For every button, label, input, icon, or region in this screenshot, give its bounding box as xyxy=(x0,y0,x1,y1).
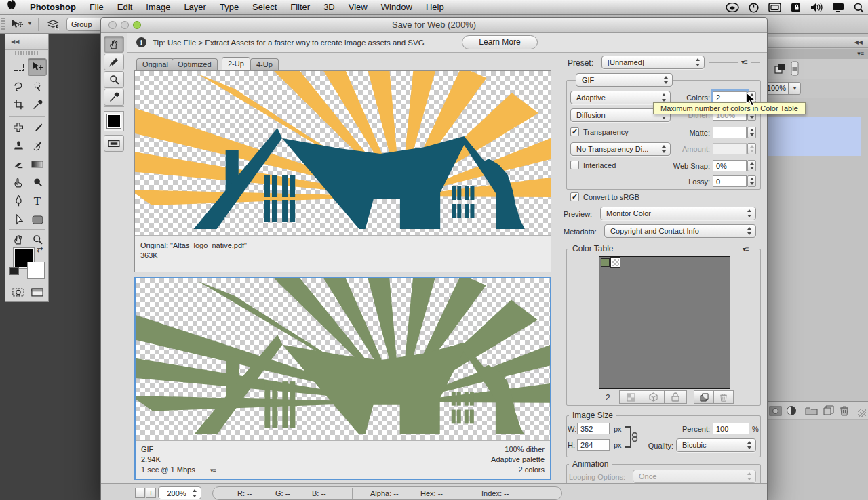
tool-quick-select[interactable] xyxy=(28,77,47,95)
tool-path-select[interactable] xyxy=(9,211,28,228)
volume-icon[interactable] xyxy=(810,3,823,12)
color-table-menu-icon[interactable]: ▾≡ xyxy=(743,245,749,253)
tab-optimized[interactable]: Optimized xyxy=(172,58,218,70)
tool-preset-caret-icon[interactable]: ▼ xyxy=(27,20,33,26)
menu-item-view[interactable]: View xyxy=(342,0,374,15)
background-color-swatch[interactable] xyxy=(27,262,45,279)
menu-item-filter[interactable]: Filter xyxy=(283,0,317,15)
snap-to-web-palette-button[interactable] xyxy=(619,390,642,404)
disk-lock-icon[interactable] xyxy=(791,2,801,13)
delete-layer-icon[interactable] xyxy=(840,405,849,416)
opacity-field[interactable]: 100% xyxy=(764,82,789,95)
tool-type[interactable]: T xyxy=(28,192,47,210)
zoom-in-button[interactable]: + xyxy=(146,488,156,498)
menu-item-layer[interactable]: Layer xyxy=(177,0,213,15)
tool-clone-stamp[interactable] xyxy=(9,137,28,154)
delete-color-button[interactable] xyxy=(713,390,734,404)
metadata-dropdown[interactable]: Copyright and Contact Info xyxy=(604,224,756,238)
toggle-slices-visibility-button[interactable] xyxy=(104,135,124,152)
quick-mask-button[interactable] xyxy=(9,283,28,301)
swap-colors-icon[interactable]: ⇄ xyxy=(37,245,43,254)
dialog-eyedropper-tool[interactable] xyxy=(104,89,124,106)
panel-resize-grip[interactable] xyxy=(858,409,866,417)
menu-item-photoshop[interactable]: Photoshop xyxy=(23,0,83,15)
collapse-panels-icon[interactable]: ◀◀ xyxy=(854,39,863,45)
display-icon[interactable] xyxy=(832,3,844,13)
collapse-panel-icon[interactable]: ◀◀ xyxy=(11,39,19,45)
zoom-out-button[interactable]: − xyxy=(135,488,145,498)
tab-original[interactable]: Original xyxy=(136,58,174,70)
dialog-zoom-tool[interactable] xyxy=(104,71,124,88)
tool-pen[interactable] xyxy=(9,192,28,210)
colors-field[interactable]: 2 xyxy=(713,91,747,103)
web-safe-cube-button[interactable] xyxy=(642,390,665,404)
adjustment-layer-icon[interactable] xyxy=(786,405,797,416)
menu-item-edit[interactable]: Edit xyxy=(111,0,139,15)
tab-2up[interactable]: 2-Up xyxy=(222,57,250,70)
web-snap-stepper[interactable] xyxy=(747,160,756,171)
tool-hand[interactable] xyxy=(9,230,28,248)
menu-item-image[interactable]: Image xyxy=(139,0,177,15)
tool-shape[interactable] xyxy=(28,211,47,228)
creative-cloud-icon[interactable] xyxy=(726,3,739,12)
tool-history-brush[interactable] xyxy=(28,137,47,154)
new-color-button[interactable] xyxy=(694,390,714,404)
zoom-level-dropdown[interactable]: 200% xyxy=(158,486,201,499)
auto-select-icon[interactable] xyxy=(47,19,61,30)
tool-gradient[interactable] xyxy=(28,155,47,173)
matte-stepper[interactable] xyxy=(747,127,756,138)
clock-icon[interactable] xyxy=(749,3,759,13)
transparency-dither-dropdown[interactable]: No Transparency Di... xyxy=(570,142,671,156)
apple-menu[interactable] xyxy=(0,0,23,15)
new-group-icon[interactable] xyxy=(805,406,818,415)
tool-healing-brush[interactable] xyxy=(9,119,28,136)
interlaced-checkbox[interactable] xyxy=(570,161,579,169)
layers-panel-menu-icon[interactable]: ▾≡ xyxy=(857,50,864,57)
height-field[interactable]: 264 xyxy=(577,439,610,451)
dialog-title-bar[interactable]: Save for Web (200%) xyxy=(101,18,767,33)
optimized-preview-pane[interactable]: GIF 2.94K 1 sec @ 1 Mbps ▾≡ 100% dither … xyxy=(134,277,551,480)
preview-dropdown[interactable]: Monitor Color xyxy=(600,207,756,220)
tool-marquee[interactable] xyxy=(9,58,28,76)
optimized-image-area[interactable] xyxy=(136,278,550,440)
link-dimensions-icon[interactable] xyxy=(625,424,639,450)
color-table-well[interactable] xyxy=(599,256,730,389)
original-preview-pane[interactable]: Original: "Altas_logo_native.pdf" 363K xyxy=(134,70,551,272)
width-field[interactable]: 352 xyxy=(577,423,610,434)
default-colors-icon[interactable] xyxy=(9,267,19,275)
dialog-slice-select-tool[interactable] xyxy=(104,54,124,70)
eyedropper-color-swatch[interactable] xyxy=(104,111,124,131)
lossy-field[interactable]: 0 xyxy=(713,175,747,187)
menu-item-window[interactable]: Window xyxy=(374,0,419,15)
tool-eyedropper[interactable] xyxy=(28,96,47,113)
dialog-hand-tool[interactable] xyxy=(104,36,124,53)
selected-layer-row[interactable] xyxy=(767,117,861,156)
menu-item-select[interactable]: Select xyxy=(245,0,283,15)
tool-lasso[interactable] xyxy=(9,77,28,95)
web-snap-field[interactable]: 0% xyxy=(713,160,747,171)
matte-field[interactable] xyxy=(713,127,747,138)
menu-item-help[interactable]: Help xyxy=(419,0,451,15)
screen-mode-button[interactable] xyxy=(28,283,47,301)
layer-mask-icon[interactable] xyxy=(769,406,782,416)
options-bar-grip[interactable] xyxy=(1,18,5,31)
transparency-checkbox[interactable]: ✓ xyxy=(570,127,579,136)
preset-panel-menu-icon[interactable]: ▾≡ xyxy=(741,58,747,66)
layer-kind-icon[interactable] xyxy=(774,63,787,75)
color-swatch-transparent[interactable] xyxy=(611,258,620,267)
percent-field[interactable]: 100 xyxy=(713,423,749,434)
format-dropdown[interactable]: GIF xyxy=(576,73,673,87)
tool-move[interactable] xyxy=(28,58,47,76)
lock-color-button[interactable] xyxy=(664,390,687,404)
download-rate-menu-icon[interactable]: ▾≡ xyxy=(210,467,216,474)
menu-item-type[interactable]: Type xyxy=(213,0,245,15)
learn-more-button[interactable]: Learn More xyxy=(462,35,538,49)
menu-item-3d[interactable]: 3D xyxy=(317,0,342,15)
tools-panel-grip[interactable] xyxy=(15,51,39,55)
filter-slider-icon[interactable] xyxy=(791,61,799,76)
tool-brush[interactable] xyxy=(28,119,47,136)
new-layer-icon[interactable] xyxy=(823,405,834,415)
tool-dodge[interactable] xyxy=(28,173,47,191)
original-image-area[interactable] xyxy=(135,71,551,235)
display-mirroring-icon[interactable] xyxy=(768,3,781,12)
